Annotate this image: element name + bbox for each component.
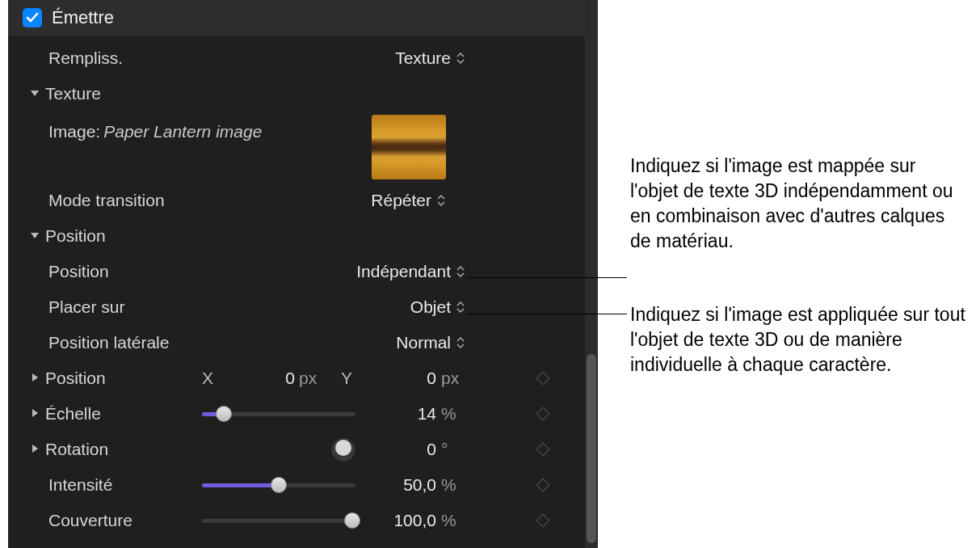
dial-dot-icon [335,440,351,456]
fill-value: Texture [395,48,451,68]
placement-group-header[interactable]: Position [8,218,588,254]
scale-label: Échelle [45,404,101,424]
position-y-value[interactable]: 0 [364,369,436,388]
disclosure-right-icon[interactable] [29,443,40,454]
keyframe-icon[interactable] [536,478,550,492]
popup-arrows-icon [456,52,465,65]
rotation-value[interactable]: 0 [364,440,436,459]
callout-place-on: Indiquez si l'image est appliquée sur to… [630,302,965,377]
keyframe-icon[interactable] [536,372,550,386]
fill-popup[interactable]: Texture [395,48,465,68]
position-x-value[interactable]: 0 [222,369,295,388]
placement-label: Position [48,262,109,281]
side-placement-label: Position latérale [48,333,169,352]
popup-arrows-icon [456,336,465,349]
position-y-unit: px [441,369,459,388]
rotation-dial[interactable] [331,437,355,462]
wrap-mode-label: Mode transition [48,191,165,210]
rotation-unit: ° [441,440,448,459]
coverage-slider-knob[interactable] [344,512,360,529]
scale-value[interactable]: 14 [364,404,436,424]
coverage-label: Couverture [48,511,132,530]
place-on-value: Objet [410,297,451,317]
intensity-slider-knob[interactable] [271,477,287,493]
texture-thumbnail[interactable] [372,115,446,179]
coverage-row: Couverture 100,0 % [8,503,588,538]
coverage-value[interactable]: 100,0 [364,511,436,530]
check-icon [26,11,39,24]
scrollbar-track[interactable] [585,0,598,548]
disclosure-down-icon [29,230,40,241]
wrap-mode-popup[interactable]: Répéter [371,191,446,210]
scrollbar-thumb[interactable] [587,354,596,543]
intensity-label: Intensité [48,475,112,495]
position-y-label: Y [341,369,352,388]
placement-row: Position Indépendant [8,254,588,289]
emit-checkbox[interactable] [23,8,42,27]
position-xy-row: Position X 0 px Y 0 px [8,360,588,396]
emit-section-header[interactable]: Émettre [8,0,588,36]
intensity-row: Intensité 50,0 % [8,467,588,503]
position-x-unit: px [299,369,317,388]
side-placement-popup[interactable]: Normal [396,333,465,352]
keyframe-icon[interactable] [536,514,550,528]
intensity-value[interactable]: 50,0 [364,475,436,495]
popup-arrows-icon [456,301,465,314]
rotation-row: Rotation 0 ° [8,432,588,467]
placement-value: Indépendant [356,262,451,281]
wrap-mode-value: Répéter [371,191,431,210]
scale-unit: % [441,404,456,424]
place-on-popup[interactable]: Objet [410,297,465,317]
side-placement-row: Position latérale Normal [8,325,588,360]
emit-section-title: Émettre [52,7,114,28]
callout-placement: Indiquez si l'image est mappée sur l'obj… [630,154,965,254]
inspector-panel: Émettre Rempliss. Texture Texture Image:… [8,0,588,548]
texture-group-header[interactable]: Texture [8,76,588,112]
placement-group-label: Position [45,226,106,246]
popup-arrows-icon [436,194,446,207]
fill-row: Rempliss. Texture [8,40,588,76]
disclosure-right-icon[interactable] [29,372,40,383]
disclosure-right-icon[interactable] [29,407,40,419]
intensity-slider-fill [202,483,279,487]
scale-slider-knob[interactable] [216,406,232,422]
callout-line-place-on [467,314,627,314]
image-name: Paper Lantern image [103,122,262,141]
coverage-unit: % [441,511,456,530]
texture-group-label: Texture [45,84,101,103]
callout-line-placement [467,277,627,278]
intensity-unit: % [441,475,456,495]
scale-row: Échelle 14 % [8,396,588,432]
placement-popup[interactable]: Indépendant [356,262,465,281]
keyframe-icon[interactable] [536,443,550,457]
wrap-mode-row: Mode transition Répéter [8,183,588,218]
position-x-label: X [202,369,213,388]
position-label: Position [45,369,106,388]
fill-label: Rempliss. [48,48,123,68]
image-label-prefix: Image: [48,122,100,141]
place-on-row: Placer sur Objet [8,289,588,325]
popup-arrows-icon [456,265,465,278]
keyframe-icon[interactable] [536,407,550,421]
place-on-label: Placer sur [48,297,125,317]
disclosure-down-icon [29,87,40,99]
image-row: Image: Paper Lantern image [8,112,588,152]
rotation-label: Rotation [45,440,108,459]
coverage-slider-fill [202,519,355,523]
side-placement-value: Normal [396,333,451,352]
